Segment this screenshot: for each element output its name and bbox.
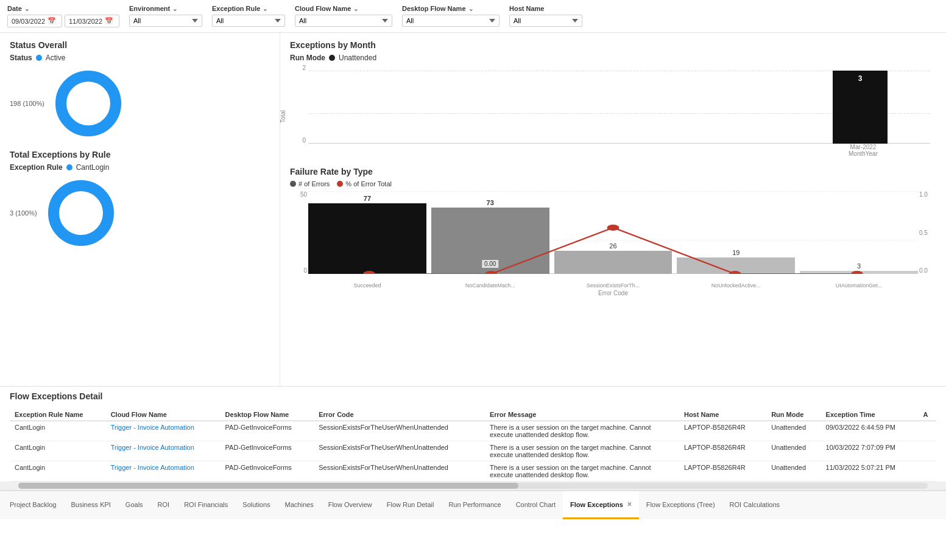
tab-roi-financials[interactable]: ROI Financials	[177, 491, 235, 519]
month-bar-value: 3	[858, 74, 863, 83]
host-name-filter-group: Host Name All	[509, 5, 582, 27]
desktop-flow-name-filter-label: Desktop Flow Name ⌄	[402, 5, 499, 12]
environment-filter-label: Environment ⌄	[129, 5, 202, 12]
tab-label: Machines	[285, 501, 314, 508]
cell-error-message: There is a user session on the target ma…	[485, 421, 679, 441]
failure-y-axis-right: 1.0 0.5 0.0	[918, 191, 936, 274]
line-dot-4	[729, 271, 741, 274]
failure-legend: # of Errors % of Error Total	[290, 180, 936, 187]
cloud-flow-name-select[interactable]: All	[295, 15, 392, 27]
col-exception-time: Exception Time	[821, 408, 919, 421]
tab-machines[interactable]: Machines	[278, 491, 321, 519]
tab-label: ROI	[158, 501, 170, 508]
tab-label: Solutions	[242, 501, 270, 508]
cell-error-code: SessionExistsForTheUserWhenUnattended	[314, 441, 485, 461]
tab-flow-exceptions[interactable]: Flow Exceptions✕	[563, 491, 639, 519]
line-dot-2	[485, 271, 497, 274]
rule-row: Exception Rule CantLogin	[10, 163, 270, 172]
tab-flow-run-detail[interactable]: Flow Run Detail	[379, 491, 442, 519]
status-overall-title: Status Overall	[10, 40, 270, 50]
cloud-flow-chevron-icon: ⌄	[353, 5, 358, 12]
cell-exception-time: 11/03/2022 5:07:21 PM	[821, 461, 919, 481]
date-to-input[interactable]: 11/03/2022 📅	[65, 15, 119, 27]
failure-rate-title: Failure Rate by Type	[290, 167, 936, 177]
col-error-message: Error Message	[485, 408, 679, 421]
scrollbar-track	[18, 483, 928, 489]
date-from-input[interactable]: 09/03/2022 📅	[7, 15, 62, 27]
cell-cloud-flow[interactable]: Trigger - Invoice Automation	[106, 421, 221, 441]
yr-05: 0.5	[919, 229, 928, 236]
legend-pct: % of Error Total	[337, 180, 392, 187]
status-donut-chart	[52, 67, 125, 140]
failure-x-axis-title: Error Code	[290, 290, 936, 296]
host-name-select[interactable]: All	[509, 15, 582, 27]
status-label: Status	[10, 54, 32, 62]
tab-label: Flow Run Detail	[387, 501, 434, 508]
col-host-name: Host Name	[679, 408, 766, 421]
right-column: Exceptions by Month Run Mode Unattended …	[280, 33, 946, 386]
tab-project-backlog[interactable]: Project Backlog	[2, 491, 63, 519]
detail-table: Exception Rule Name Cloud Flow Name Desk…	[10, 408, 936, 481]
col-cloud-flow: Cloud Flow Name	[106, 408, 221, 421]
cell-host-name: LAPTOP-B5826R4R	[679, 461, 766, 481]
cell-cloud-flow[interactable]: Trigger - Invoice Automation	[106, 461, 221, 481]
cell-error-code: SessionExistsForTheUserWhenUnattended	[314, 421, 485, 441]
exception-rule-select[interactable]: All	[212, 15, 285, 27]
cell-run-mode: Unattended	[766, 421, 821, 441]
tab-business-kpi[interactable]: Business KPI	[63, 491, 118, 519]
tab-label: Control Chart	[516, 501, 556, 508]
desktop-flow-name-select[interactable]: All	[402, 15, 499, 27]
horizontal-scrollbar[interactable]	[0, 481, 946, 490]
legend-errors-dot	[290, 181, 296, 187]
cell-desktop-flow: PAD-GetInvoiceForms	[221, 421, 314, 441]
line-dot-1	[363, 271, 375, 274]
failure-y-axis-left: 50 0	[290, 191, 308, 274]
date-filter-label: Date ⌄	[7, 5, 119, 12]
y-0: 0	[303, 267, 307, 274]
cell-error-code: SessionExistsForTheUserWhenUnattended	[314, 461, 485, 481]
exception-rule-filter-label: Exception Rule ⌄	[212, 5, 285, 12]
tab-solutions[interactable]: Solutions	[235, 491, 277, 519]
cell-run-mode: Unattended	[766, 461, 821, 481]
tab-roi[interactable]: ROI	[150, 491, 177, 519]
cell-exception-rule: CantLogin	[10, 461, 106, 481]
tab-label: ROI Financials	[184, 501, 228, 508]
status-donut-label: 198 (100%)	[10, 100, 44, 107]
tab-goals[interactable]: Goals	[118, 491, 150, 519]
y-50: 50	[300, 191, 307, 198]
table-row: CantLogin Trigger - Invoice Automation P…	[10, 421, 936, 441]
scrollbar-thumb[interactable]	[18, 483, 518, 489]
detail-table-header: Exception Rule Name Cloud Flow Name Desk…	[10, 408, 936, 421]
detail-header: Flow Exceptions Detail	[0, 387, 946, 408]
cell-exception-rule: CantLogin	[10, 441, 106, 461]
bottom-area: Flow Exceptions Detail Exception Rule Na…	[0, 386, 946, 490]
tab-bar: Project BacklogBusiness KPIGoalsROIROI F…	[0, 490, 946, 519]
calendar-icon-2[interactable]: 📅	[105, 17, 113, 25]
date-filter-group: Date ⌄ 09/03/2022 📅 11/03/2022 📅	[7, 5, 119, 27]
cell-cloud-flow[interactable]: Trigger - Invoice Automation	[106, 441, 221, 461]
tab-label: Project Backlog	[10, 501, 56, 508]
tab-roi-calculations[interactable]: ROI Calculations	[722, 491, 788, 519]
run-mode-dot	[329, 55, 335, 61]
yr-1: 1.0	[919, 191, 928, 198]
rule-donut-label: 3 (100%)	[10, 209, 37, 217]
exceptions-by-month-title: Exceptions by Month	[290, 40, 936, 50]
rule-dot	[66, 164, 72, 170]
tab-close-btn[interactable]: ✕	[627, 501, 632, 508]
tab-control-chart[interactable]: Control Chart	[509, 491, 563, 519]
legend-pct-dot	[337, 181, 343, 187]
tab-flow-exceptions-tree[interactable]: Flow Exceptions (Tree)	[639, 491, 722, 519]
status-value: Active	[46, 54, 66, 62]
tab-label: Flow Exceptions (Tree)	[646, 501, 715, 508]
detail-table-scroll[interactable]: Exception Rule Name Cloud Flow Name Desk…	[0, 408, 946, 481]
tab-flow-overview[interactable]: Flow Overview	[321, 491, 379, 519]
cell-a	[919, 441, 936, 461]
cell-error-message: There is a user session on the target ma…	[485, 441, 679, 461]
rule-value: CantLogin	[76, 163, 110, 172]
month-y-axis: 2 0	[290, 65, 308, 144]
calendar-icon[interactable]: 📅	[48, 17, 56, 25]
environment-select[interactable]: All	[129, 15, 202, 27]
tab-run-performance[interactable]: Run Performance	[441, 491, 508, 519]
status-donut-container: 198 (100%)	[10, 67, 270, 140]
tab-label: Goals	[125, 501, 143, 508]
